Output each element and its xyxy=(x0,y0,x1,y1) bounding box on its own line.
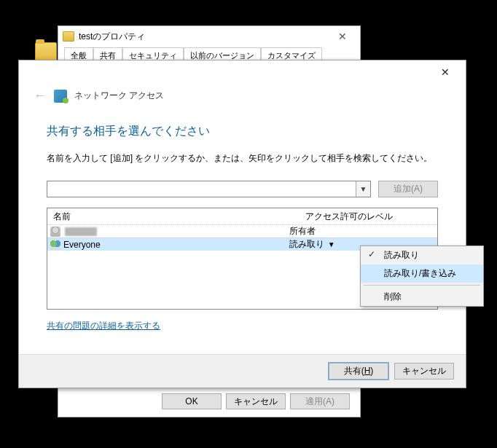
row-name xyxy=(47,227,289,237)
cancel-button[interactable]: キャンセル xyxy=(226,393,286,409)
blurred-user-name xyxy=(65,227,97,236)
network-access-titlebar: ✕ xyxy=(19,60,466,84)
menu-item-read[interactable]: 読み取り xyxy=(361,246,483,264)
properties-title: testのプロパティ xyxy=(79,31,329,43)
permission-value: 所有者 xyxy=(289,225,316,237)
dropdown-caret-icon[interactable]: ▼ xyxy=(327,240,334,248)
close-icon[interactable]: ✕ xyxy=(431,66,460,78)
properties-footer: OK キャンセル 適用(A) xyxy=(162,393,350,409)
properties-close-icon[interactable]: ✕ xyxy=(329,31,356,42)
permission-context-menu: 読み取り 読み取り/書き込み 削除 xyxy=(360,245,484,307)
cancel-button[interactable]: キャンセル xyxy=(394,363,454,380)
menu-separator xyxy=(364,285,480,286)
menu-item-delete[interactable]: 削除 xyxy=(361,288,483,306)
menu-item-read-write[interactable]: 読み取り/書き込み xyxy=(361,264,483,283)
row-permission: 所有者 xyxy=(289,225,437,237)
desktop-folder-icon xyxy=(35,42,57,61)
col-permission[interactable]: アクセス許可のレベル xyxy=(302,211,437,223)
network-access-window: ✕ ← ネットワーク アクセス 共有する相手を選んでください 名前を入力して [… xyxy=(18,60,466,388)
ok-button[interactable]: OK xyxy=(162,393,222,409)
group-icon xyxy=(50,240,60,250)
back-icon: ← xyxy=(34,88,47,103)
user-input[interactable] xyxy=(47,181,356,197)
share-problem-details-link[interactable]: 共有の問題の詳細を表示する xyxy=(47,320,160,332)
network-access-header-title: ネットワーク アクセス xyxy=(74,90,164,102)
instruction-text: 名前を入力して [追加] をクリックするか、または、矢印をクリックして相手を検索… xyxy=(47,152,438,165)
row-name-text: Everyone xyxy=(63,240,101,250)
apply-button: 適用(A) xyxy=(290,393,350,409)
network-access-header: ← ネットワーク アクセス xyxy=(19,84,466,103)
table-row[interactable]: 所有者 xyxy=(47,224,437,237)
chevron-down-icon[interactable]: ▼ xyxy=(356,181,370,197)
share-button[interactable]: 共有(H) xyxy=(329,363,388,380)
col-name[interactable]: 名前 xyxy=(47,211,302,223)
network-icon xyxy=(54,90,67,103)
network-access-footer: 共有(H) キャンセル xyxy=(19,354,466,388)
permission-value: 読み取り xyxy=(289,238,324,251)
properties-titlebar: testのプロパティ ✕ xyxy=(58,26,360,47)
user-icon xyxy=(50,227,60,237)
folder-icon xyxy=(63,31,74,42)
add-user-row: ▼ 追加(A) xyxy=(47,181,438,197)
user-combo[interactable]: ▼ xyxy=(47,181,371,197)
list-header: 名前 アクセス許可のレベル xyxy=(47,208,437,224)
add-button: 追加(A) xyxy=(378,181,438,197)
row-name: Everyone xyxy=(47,240,289,250)
page-heading: 共有する相手を選んでください xyxy=(47,124,438,139)
